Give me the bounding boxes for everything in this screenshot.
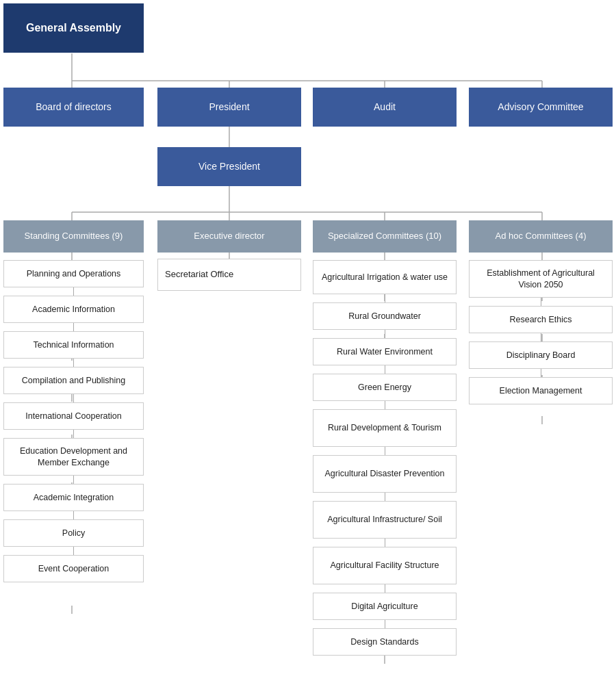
vice-president-box: Vice President	[157, 147, 301, 186]
list-item: Policy	[3, 519, 144, 547]
list-item: Agricultural Disaster Prevention	[313, 455, 457, 493]
general-assembly-box: General Assembly	[3, 3, 144, 53]
executive-director-box: Executive director	[157, 220, 301, 253]
secretariat-office-label: Secretariat Office	[157, 259, 301, 291]
adhoc-committees-label: Ad hoc Committees (4)	[469, 220, 613, 253]
list-item: Rural Water Environment	[313, 338, 457, 365]
standing-committees-box: Standing Committees (9)	[3, 220, 144, 253]
list-item: Establishment of Agricultural Vision 205…	[469, 260, 613, 298]
list-item: Digital Agriculture	[313, 593, 457, 620]
vice-president-label: Vice President	[157, 147, 301, 186]
list-item: Planning and Operations	[3, 260, 144, 287]
standing-items-container: Planning and Operations Academic Informa…	[3, 260, 144, 582]
advisory-committee-label: Advisory Committee	[469, 88, 613, 127]
list-item: Green Energy	[313, 374, 457, 401]
list-item: Rural Development & Tourism	[313, 409, 457, 447]
list-item: Design Standards	[313, 628, 457, 656]
audit-box: Audit	[313, 88, 457, 127]
advisory-committee-box: Advisory Committee	[469, 88, 613, 127]
list-item: Agricultural Infrastructure/ Soil	[313, 501, 457, 539]
executive-director-label: Executive director	[157, 220, 301, 253]
specialized-committees-box: Specialized Committees (10)	[313, 220, 457, 253]
list-item: Agricultural Irrigation & water use	[313, 260, 457, 294]
secretariat-office-box: Secretariat Office	[157, 259, 301, 291]
standing-committees-label: Standing Committees (9)	[3, 220, 144, 253]
list-item: Technical Information	[3, 331, 144, 359]
list-item: Agricultural Facility Structure	[313, 547, 457, 584]
board-of-directors-label: Board of directors	[3, 88, 144, 127]
board-of-directors-box: Board of directors	[3, 88, 144, 127]
list-item: Education Development and Member Exchang…	[3, 438, 144, 476]
list-item: Compilation and Publishing	[3, 367, 144, 394]
adhoc-items-container: Establishment of Agricultural Vision 205…	[469, 260, 613, 404]
list-item: Academic Integration	[3, 484, 144, 511]
general-assembly-label: General Assembly	[3, 3, 144, 53]
list-item: International Cooperation	[3, 402, 144, 430]
list-item: Rural Groundwater	[313, 302, 457, 330]
list-item: Event Cooperation	[3, 555, 144, 582]
president-label: President	[157, 88, 301, 127]
specialized-items-container: Agricultural Irrigation & water use Rura…	[313, 260, 457, 656]
audit-label: Audit	[313, 88, 457, 127]
specialized-committees-label: Specialized Committees (10)	[313, 220, 457, 253]
adhoc-committees-box: Ad hoc Committees (4)	[469, 220, 613, 253]
president-box: President	[157, 88, 301, 127]
org-chart: General Assembly Board of directors Pres…	[0, 0, 616, 7]
list-item: Election Management	[469, 377, 613, 404]
list-item: Disciplinary Board	[469, 341, 613, 369]
list-item: Research Ethics	[469, 306, 613, 333]
list-item: Academic Information	[3, 296, 144, 323]
